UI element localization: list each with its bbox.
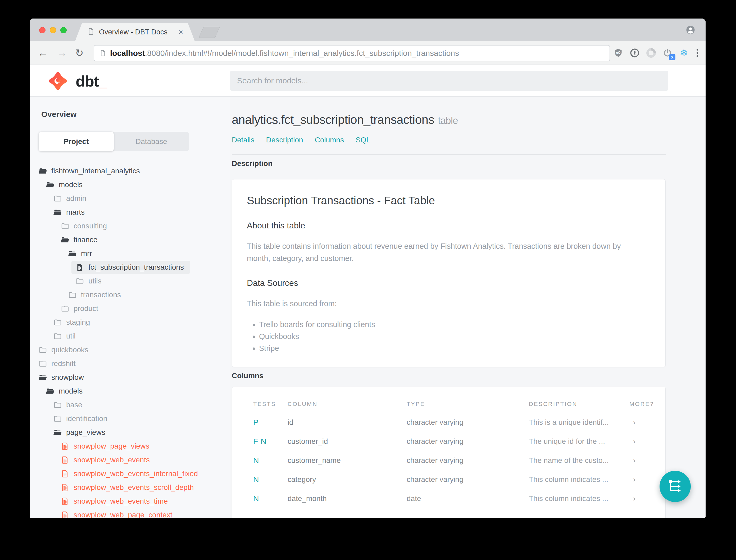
folder-closed-icon — [53, 332, 62, 340]
tree-item-identification[interactable]: identification — [30, 412, 230, 426]
tree-item-mrr[interactable]: mrr — [30, 247, 230, 260]
refresh-button[interactable]: ↻ — [75, 41, 84, 65]
tree-item-snowplow_page_views[interactable]: snowplow_page_views — [30, 439, 230, 453]
lineage-graph-button[interactable] — [660, 471, 691, 502]
snowflake-icon[interactable]: ❄ — [679, 48, 689, 58]
file-source-icon — [61, 442, 69, 450]
folder-closed-icon — [53, 318, 62, 327]
data-source-item: Stripe — [259, 342, 651, 354]
toggle-database[interactable]: Database — [114, 132, 189, 151]
tree-item-snowplow[interactable]: snowplow — [30, 371, 230, 384]
tree-item-label: admin — [66, 194, 86, 203]
tab-columns[interactable]: Columns — [315, 136, 344, 144]
dbt-logo[interactable]: dbt_ — [46, 69, 107, 93]
tree-item-label: snowplow_page_views — [74, 442, 149, 450]
tree-item-fct_subscription_transactions[interactable]: fct_subscription_transactions — [30, 260, 230, 274]
tree-item-quickbooks[interactable]: quickbooks — [30, 343, 230, 357]
tree-item-label: page_views — [66, 428, 105, 437]
column-header-type: TYPE — [406, 401, 529, 413]
tree-item-snowplow_web_events[interactable]: snowplow_web_events — [30, 453, 230, 467]
tab-details[interactable]: Details — [232, 136, 255, 144]
folder-closed-icon — [53, 414, 62, 423]
window-controls — [39, 27, 67, 33]
browser-window: Overview - DBT Docs × ← → ↻ localhost:80… — [30, 19, 706, 518]
file-source-icon — [61, 497, 69, 505]
ublock-icon[interactable]: uO — [613, 48, 624, 58]
description-cell: This column indicates ... — [529, 470, 629, 489]
tree-item-snowplow_web_events_internal_fixed[interactable]: snowplow_web_events_internal_fixed — [30, 467, 230, 481]
description-cell: The unique id for the ... — [529, 432, 629, 451]
expand-row-chevron-icon[interactable]: › — [629, 470, 651, 489]
folder-closed-icon — [61, 304, 69, 313]
tree-item-util[interactable]: util — [30, 329, 230, 343]
file-tree: fishtown_internal_analyticsmodelsadminma… — [30, 164, 230, 518]
expand-row-chevron-icon[interactable]: › — [629, 489, 651, 508]
folder-open-icon — [53, 208, 62, 216]
tree-item-product[interactable]: product — [30, 302, 230, 315]
description-section-label: Description — [232, 160, 666, 168]
tree-item-consulting[interactable]: consulting — [30, 219, 230, 233]
minimize-window-button[interactable] — [50, 27, 56, 33]
extension-circle-icon[interactable] — [646, 48, 656, 58]
folder-open-icon — [39, 167, 47, 175]
new-tab-button[interactable] — [199, 27, 220, 38]
sidebar[interactable]: Overview Project Database fishtown_inter… — [30, 97, 230, 518]
project-database-toggle: Project Database — [39, 132, 189, 151]
model-name: analytics.fct_subscription_transactions — [232, 113, 434, 127]
tree-item-snowplow_web_events_time[interactable]: snowplow_web_events_time — [30, 494, 230, 508]
main-content[interactable]: analytics.fct_subscription_transactionst… — [230, 97, 706, 518]
column-row-id[interactable]: Pidcharacter varyingThis is a unique ide… — [253, 413, 651, 432]
expand-row-chevron-icon[interactable]: › — [629, 451, 651, 470]
search-input[interactable] — [230, 71, 668, 91]
tree-item-label: util — [66, 332, 76, 340]
tree-item-fishtown_internal_analytics[interactable]: fishtown_internal_analytics — [30, 164, 230, 178]
column-row-customer_name[interactable]: Ncustomer_namecharacter varyingThe name … — [253, 451, 651, 470]
address-bar[interactable]: localhost:8080/index.html#!/model/model.… — [94, 45, 610, 61]
tree-item-page_views[interactable]: page_views — [30, 426, 230, 439]
tree-item-label: models — [59, 180, 83, 189]
tree-item-finance[interactable]: finance — [30, 233, 230, 247]
folder-closed-icon — [53, 401, 62, 409]
column-header-description: DESCRIPTION — [529, 401, 629, 413]
tree-item-snowplow_web_events_scroll_depth[interactable]: snowplow_web_events_scroll_depth — [30, 481, 230, 494]
file-source-icon — [61, 483, 69, 492]
column-header-column: COLUMN — [288, 401, 406, 413]
tree-item-snowplow_web_page_context[interactable]: snowplow_web_page_context — [30, 508, 230, 518]
description-cell: This is a unique identif... — [529, 413, 629, 432]
close-window-button[interactable] — [39, 27, 46, 33]
folder-open-icon — [46, 387, 55, 395]
tab-sql[interactable]: SQL — [356, 136, 370, 144]
tree-item-models[interactable]: models — [30, 384, 230, 398]
tree-item-transactions[interactable]: transactions — [30, 288, 230, 302]
browser-menu-kebab-icon[interactable] — [695, 49, 700, 57]
expand-row-chevron-icon[interactable]: › — [629, 413, 651, 432]
back-button[interactable]: ← — [38, 41, 48, 65]
column-row-customer_id[interactable]: FNcustomer_idcharacter varyingThe unique… — [253, 432, 651, 451]
browser-tab[interactable]: Overview - DBT Docs × — [75, 23, 195, 41]
tree-item-staging[interactable]: staging — [30, 315, 230, 329]
tree-item-admin[interactable]: admin — [30, 192, 230, 205]
tree-item-utils[interactable]: utils — [30, 274, 230, 288]
tree-item-label: snowplow_web_events — [74, 456, 150, 464]
tree-item-base[interactable]: base — [30, 398, 230, 412]
model-type-badge: table — [438, 115, 458, 126]
profile-icon[interactable] — [686, 25, 695, 34]
tab-close-icon[interactable]: × — [178, 28, 183, 36]
tree-item-label: marts — [66, 208, 85, 216]
column-row-category[interactable]: Ncategorycharacter varyingThis column in… — [253, 470, 651, 489]
zoom-window-button[interactable] — [60, 27, 67, 33]
expand-row-chevron-icon[interactable]: › — [629, 432, 651, 451]
toggle-project[interactable]: Project — [39, 132, 114, 151]
column-row-date_month[interactable]: Ndate_monthdateThis column indicates ...… — [253, 489, 651, 508]
tabs-divider — [232, 154, 666, 155]
power-x-icon[interactable]: x — [662, 48, 673, 58]
data-sources-list: Trello boards for consulting clientsQuic… — [247, 319, 651, 354]
tree-item-models[interactable]: models — [30, 178, 230, 192]
browser-tab-strip: Overview - DBT Docs × — [30, 19, 706, 41]
tree-item-marts[interactable]: marts — [30, 205, 230, 219]
data-sources-heading: Data Sources — [247, 278, 651, 288]
tab-description[interactable]: Description — [266, 136, 303, 144]
tree-item-redshift[interactable]: redshift — [30, 357, 230, 371]
onepassword-icon[interactable] — [629, 48, 640, 58]
tests-cell: P — [253, 413, 288, 432]
